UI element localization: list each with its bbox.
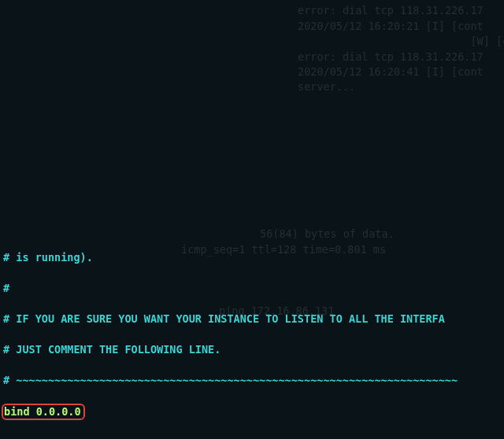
blank-line	[3, 434, 501, 439]
ghost-log: 2020/05/12 16:20:21 [I] [cont	[298, 19, 484, 35]
config-comment: # JUST COMMENT THE FOLLOWING LINE.	[3, 342, 501, 358]
config-comment: # ~~~~~~~~~~~~~~~~~~~~~~~~~~~~~~~~~~~~~~…	[3, 373, 501, 389]
ghost-log: [W] [cont	[298, 34, 504, 50]
config-comment: #	[3, 281, 501, 297]
highlight-box: bind 0.0.0.0	[2, 404, 85, 420]
config-comment: # IF YOU ARE SURE YOU WANT YOUR INSTANCE…	[3, 312, 501, 327]
config-comment: # is running).	[3, 250, 501, 266]
config-directive-bind: bind 0.0.0.0	[3, 404, 501, 419]
ghost-log: 2020/05/12 16:20:41 [I] [cont	[298, 65, 484, 80]
ghost-log: server...	[298, 79, 355, 95]
ghost-log: error: dial tcp 118.31.226.17	[298, 50, 484, 65]
ghost-log: error: dial tcp 118.31.226.17	[298, 3, 484, 19]
ghost-log: 56(84) bytes of data.	[260, 227, 395, 242]
